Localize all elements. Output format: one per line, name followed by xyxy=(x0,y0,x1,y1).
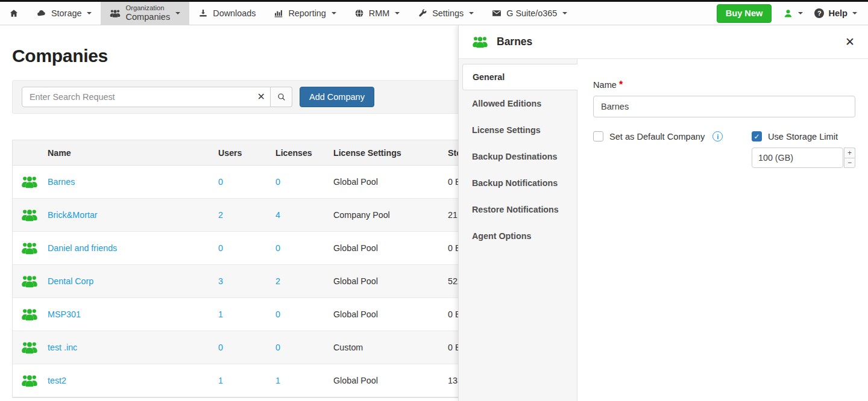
close-icon[interactable]: ✕ xyxy=(845,36,855,48)
licenses-count-link[interactable]: 2 xyxy=(275,276,280,286)
license-settings-cell: Global Pool xyxy=(333,276,448,286)
set-default-company-label: Set as Default Company xyxy=(609,132,705,141)
nav-item-settings[interactable]: Settings xyxy=(409,2,483,25)
tab-license-settings[interactable]: License Settings xyxy=(459,117,577,143)
nav-label: Settings xyxy=(432,8,464,18)
nav-item-reporting[interactable]: Reporting xyxy=(265,2,345,25)
use-storage-limit-checkbox[interactable]: ✓ xyxy=(752,131,762,141)
users-count-link[interactable]: 0 xyxy=(218,177,223,187)
wrench-icon xyxy=(418,8,427,18)
globe-icon xyxy=(354,8,364,18)
chevron-down-icon xyxy=(395,12,400,14)
general-tab-content: Name* Set as Default Company i ✓ Use Sto… xyxy=(577,59,868,401)
company-name-link[interactable]: Daniel and friends xyxy=(48,243,117,253)
nav-label: Reporting xyxy=(288,8,326,18)
company-icon xyxy=(472,36,488,49)
panel-header: Barnes ✕ xyxy=(459,25,868,58)
company-name-link[interactable]: test .inc xyxy=(48,343,77,352)
nav-item-gsuite-o365[interactable]: G Suite/o365 xyxy=(483,2,576,25)
buy-new-button[interactable]: Buy New xyxy=(717,4,772,23)
top-navigation: Storage Organization Companies Downloads… xyxy=(0,0,868,25)
chevron-down-icon xyxy=(852,12,857,14)
bar-chart-icon xyxy=(274,8,283,18)
users-count-link[interactable]: 1 xyxy=(218,309,223,319)
chevron-down-icon xyxy=(87,12,92,14)
nav-label: G Suite/o365 xyxy=(506,8,557,18)
company-icon xyxy=(13,341,48,355)
question-circle-icon: ? xyxy=(814,8,824,18)
panel-title: Barnes xyxy=(497,36,532,48)
download-icon xyxy=(198,8,208,18)
chevron-down-icon xyxy=(469,12,474,14)
stepper-increment-button[interactable]: + xyxy=(844,148,855,158)
nav-label: Downloads xyxy=(213,8,256,18)
users-count-link[interactable]: 0 xyxy=(218,243,223,253)
add-company-button[interactable]: Add Company xyxy=(300,87,374,107)
nav-label: Storage xyxy=(51,8,81,18)
tab-agent-options[interactable]: Agent Options xyxy=(459,223,577,249)
envelope-icon xyxy=(492,8,502,18)
company-name-link[interactable]: Brick&Mortar xyxy=(48,210,98,220)
licenses-count-link[interactable]: 0 xyxy=(275,177,280,187)
panel-tabs: GeneralAllowed EditionsLicense SettingsB… xyxy=(459,59,577,401)
set-default-company-checkbox[interactable] xyxy=(593,131,603,141)
nav-label-companies: Companies xyxy=(125,12,170,22)
licenses-count-link[interactable]: 4 xyxy=(275,210,280,220)
stepper-decrement-button[interactable]: − xyxy=(844,158,855,169)
users-count-link[interactable]: 0 xyxy=(218,343,223,352)
tab-backup-destinations[interactable]: Backup Destinations xyxy=(459,143,577,170)
licenses-count-link[interactable]: 1 xyxy=(275,376,280,385)
users-count-link[interactable]: 1 xyxy=(218,376,223,385)
tab-backup-notifications[interactable]: Backup Notifications xyxy=(459,170,577,196)
user-account-menu[interactable] xyxy=(783,8,803,19)
nav-item-home[interactable] xyxy=(0,2,28,25)
company-icon xyxy=(13,374,48,388)
company-detail-panel: Barnes ✕ GeneralAllowed EditionsLicense … xyxy=(458,25,868,401)
license-settings-cell: Global Pool xyxy=(333,376,448,385)
nav-item-downloads[interactable]: Downloads xyxy=(189,2,265,25)
column-header-name: Name xyxy=(48,148,218,158)
users-count-link[interactable]: 2 xyxy=(218,210,223,220)
license-settings-cell: Global Pool xyxy=(333,177,448,187)
name-field-label: Name xyxy=(593,80,617,90)
company-name-field[interactable] xyxy=(593,96,855,117)
company-icon xyxy=(13,241,48,255)
company-icon xyxy=(13,308,48,322)
nav-item-rmm[interactable]: RMM xyxy=(345,2,409,25)
chevron-down-icon xyxy=(798,12,803,14)
tab-restore-notifications[interactable]: Restore Notifications xyxy=(459,196,577,223)
license-settings-cell: Global Pool xyxy=(333,309,448,319)
company-name-link[interactable]: Barnes xyxy=(48,177,75,187)
company-icon xyxy=(13,175,48,189)
nav-label: RMM xyxy=(369,8,389,18)
company-name-link[interactable]: Dental Corp xyxy=(48,276,93,286)
column-header-users: Users xyxy=(218,148,275,158)
search-input[interactable] xyxy=(22,87,271,107)
tab-general[interactable]: General xyxy=(462,64,577,90)
use-storage-limit-label: Use Storage Limit xyxy=(768,132,838,141)
help-menu[interactable]: ? Help xyxy=(814,8,857,18)
licenses-count-link[interactable]: 0 xyxy=(275,309,280,319)
company-name-link[interactable]: MSP301 xyxy=(48,309,81,319)
company-icon xyxy=(13,275,48,288)
help-label: Help xyxy=(828,8,848,18)
license-settings-cell: Global Pool xyxy=(333,243,448,253)
tab-allowed-editions[interactable]: Allowed Editions xyxy=(459,90,577,117)
search-button[interactable] xyxy=(271,87,292,107)
users-count-link[interactable]: 3 xyxy=(218,276,223,286)
info-icon[interactable]: i xyxy=(712,131,723,141)
nav-item-storage[interactable]: Storage xyxy=(28,2,101,25)
chevron-down-icon xyxy=(562,12,567,14)
column-header-license-settings: License Settings xyxy=(333,148,448,158)
chevron-down-icon xyxy=(332,12,336,14)
nav-item-organization-companies[interactable]: Organization Companies xyxy=(101,2,189,25)
chevron-down-icon xyxy=(175,12,180,14)
company-name-link[interactable]: test2 xyxy=(48,376,66,385)
storage-limit-field[interactable] xyxy=(752,148,843,168)
column-header-licenses: Licenses xyxy=(275,148,333,158)
clear-search-icon[interactable]: ✕ xyxy=(257,91,265,102)
licenses-count-link[interactable]: 0 xyxy=(275,243,280,253)
search-icon xyxy=(277,92,286,102)
licenses-count-link[interactable]: 0 xyxy=(275,343,280,352)
nav-label-organization: Organization xyxy=(125,4,164,12)
